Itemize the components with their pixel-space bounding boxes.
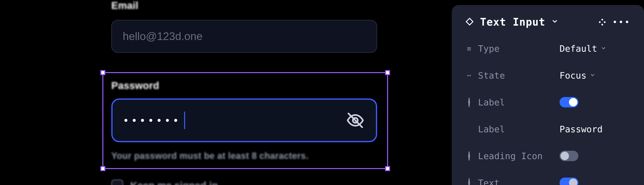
prop-value: Focus [560, 70, 586, 81]
component-inspector-panel: Text Input ••• ≡ Type Default ⋯ State [452, 5, 644, 185]
selection-handle-tr[interactable] [385, 70, 390, 75]
password-helper-text: Your password must be at least 8 charact… [111, 151, 308, 161]
selection-handle-br[interactable] [385, 166, 390, 171]
toggle-password-visibility[interactable] [346, 111, 364, 129]
prop-key: Label [478, 97, 505, 107]
text-caret [184, 112, 185, 129]
keep-signed-in-label: Keep me signed in [130, 180, 218, 185]
prop-key: State [478, 70, 505, 81]
text-toggle[interactable] [560, 177, 578, 185]
chevron-down-icon[interactable] [551, 18, 558, 27]
prop-row-label-text[interactable]: Label Password [465, 120, 630, 138]
panel-header: Text Input ••• [465, 16, 630, 28]
dots-icon: ⋯ [465, 71, 473, 80]
keep-signed-in-row: Keep me signed in [111, 179, 218, 185]
eye-off-icon [346, 111, 364, 129]
label-toggle[interactable] [560, 97, 578, 107]
radio-icon [465, 98, 473, 106]
prop-key: Type [478, 44, 500, 54]
prop-value: Password [560, 124, 602, 134]
selection-handle-bl[interactable] [100, 166, 105, 171]
prop-key: Leading Icon [478, 151, 543, 161]
email-field[interactable]: hello@123d.one [111, 20, 377, 53]
component-icon [465, 17, 474, 27]
variants-icon[interactable] [598, 18, 606, 26]
design-canvas: Email hello@123d.one Password ••••••• Yo… [0, 0, 400, 185]
list-icon: ≡ [465, 45, 473, 53]
prop-row-type[interactable]: ≡ Type Default [465, 39, 630, 58]
prop-key: Text [478, 178, 500, 185]
keep-signed-in-checkbox[interactable] [111, 179, 123, 185]
more-icon[interactable]: ••• [612, 17, 630, 27]
prop-key: Label [478, 124, 505, 134]
prop-row-leading-icon: Leading Icon [465, 146, 630, 165]
password-label: Password [111, 80, 159, 91]
prop-row-label-toggle: Label [465, 93, 630, 112]
email-value: hello@123d.one [123, 30, 202, 43]
radio-icon [465, 179, 473, 185]
prop-row-text-toggle: Text [465, 173, 630, 185]
radio-icon [465, 152, 473, 160]
prop-row-state[interactable]: ⋯ State Focus [465, 66, 630, 85]
leading-icon-toggle[interactable] [560, 151, 578, 161]
panel-title[interactable]: Text Input [480, 16, 545, 28]
email-label: Email [111, 0, 138, 11]
chevron-down-icon [601, 45, 606, 53]
chevron-down-icon [590, 71, 595, 80]
selection-handle-tl[interactable] [100, 70, 105, 75]
password-masked-value: ••••••• [124, 114, 182, 127]
prop-value: Default [560, 44, 597, 54]
password-field[interactable]: ••••••• [111, 98, 377, 142]
